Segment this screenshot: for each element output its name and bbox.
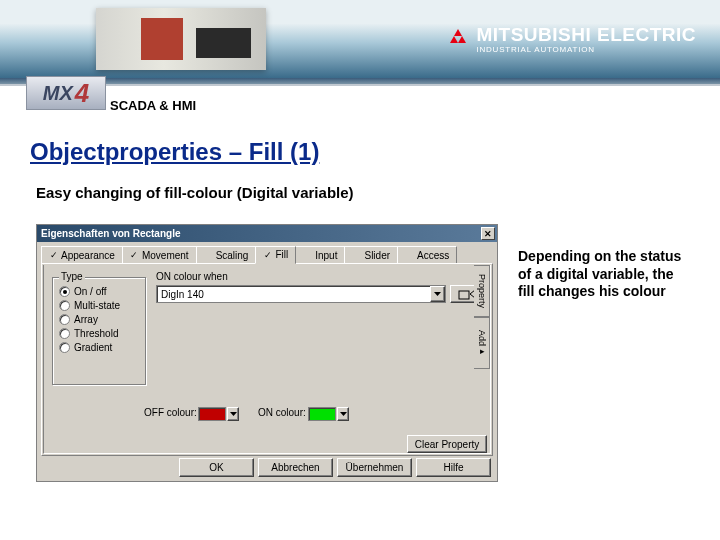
scada-label: SCADA & HMI bbox=[110, 98, 196, 113]
svg-marker-0 bbox=[454, 29, 462, 36]
help-button[interactable]: Hilfe bbox=[416, 458, 491, 477]
tab-label: Input bbox=[315, 250, 337, 261]
checkmark-icon: ✓ bbox=[49, 251, 58, 260]
on-colour-when-label: ON colour when bbox=[156, 271, 228, 282]
radio-icon bbox=[59, 286, 70, 297]
radio-array[interactable]: Array bbox=[59, 314, 139, 325]
side-tab-property[interactable]: Property bbox=[474, 265, 490, 317]
empty-icon bbox=[405, 251, 414, 260]
chevron-down-icon[interactable] bbox=[430, 286, 445, 302]
tab-label: Movement bbox=[142, 250, 189, 261]
empty-icon bbox=[204, 251, 213, 260]
page-title: Objectproperties – Fill (1) bbox=[30, 138, 720, 166]
radio-label: Multi-state bbox=[74, 300, 120, 311]
tab-label: Slider bbox=[364, 250, 390, 261]
radio-gradient[interactable]: Gradient bbox=[59, 342, 139, 353]
svg-marker-3 bbox=[434, 292, 441, 296]
tab-movement[interactable]: ✓Movement bbox=[122, 246, 197, 263]
on-colour-dropdown[interactable] bbox=[337, 407, 349, 421]
off-colour-swatch[interactable] bbox=[198, 407, 226, 421]
ok-button[interactable]: OK bbox=[179, 458, 254, 477]
apply-button[interactable]: Übernehmen bbox=[337, 458, 412, 477]
dialog-title: Eigenschaften von Rectangle bbox=[39, 228, 481, 239]
tab-label: Appearance bbox=[61, 250, 115, 261]
radio-on-off[interactable]: On / off bbox=[59, 286, 139, 297]
type-groupbox: Type On / off Multi-state Array Threshol… bbox=[52, 277, 146, 385]
tab-body-inner: Type On / off Multi-state Array Threshol… bbox=[43, 265, 491, 454]
mx4-logo: MX4 bbox=[26, 76, 106, 110]
dialog-button-row: OK Abbrechen Übernehmen Hilfe bbox=[37, 458, 497, 477]
svg-marker-6 bbox=[340, 412, 347, 416]
radio-label: Array bbox=[74, 314, 98, 325]
tab-scaling[interactable]: Scaling bbox=[196, 246, 257, 263]
radio-label: On / off bbox=[74, 286, 107, 297]
svg-marker-1 bbox=[450, 36, 458, 43]
svg-marker-5 bbox=[230, 412, 237, 416]
properties-dialog: Eigenschaften von Rectangle ✕ ✓Appearanc… bbox=[36, 224, 498, 482]
close-icon[interactable]: ✕ bbox=[481, 227, 495, 240]
checkmark-icon: ✓ bbox=[130, 251, 139, 260]
tab-appearance[interactable]: ✓Appearance bbox=[41, 246, 123, 263]
side-tab-add[interactable]: Add▸ bbox=[474, 317, 490, 369]
empty-icon bbox=[303, 251, 312, 260]
mx4-four: 4 bbox=[75, 78, 89, 109]
radio-label: Threshold bbox=[74, 328, 118, 339]
header-bg: MITSUBISHI ELECTRIC INDUSTRIAL AUTOMATIO… bbox=[0, 0, 720, 78]
type-radio-list: On / off Multi-state Array Threshold Gra… bbox=[53, 278, 145, 357]
radio-icon bbox=[59, 300, 70, 311]
header-line bbox=[0, 84, 720, 86]
mitsubishi-logo-icon bbox=[446, 29, 470, 51]
tab-label: Access bbox=[417, 250, 449, 261]
radio-icon bbox=[59, 314, 70, 325]
brand-name: MITSUBISHI ELECTRIC bbox=[476, 25, 696, 44]
side-tabs: Property Add▸ bbox=[474, 265, 490, 415]
radio-icon bbox=[59, 328, 70, 339]
brand-block: MITSUBISHI ELECTRIC INDUSTRIAL AUTOMATIO… bbox=[446, 25, 696, 54]
mx4-mx: MX bbox=[43, 82, 73, 105]
slide-header: MITSUBISHI ELECTRIC INDUSTRIAL AUTOMATIO… bbox=[0, 0, 720, 90]
clear-property-button[interactable]: Clear Property bbox=[407, 435, 487, 453]
radio-threshold[interactable]: Threshold bbox=[59, 328, 139, 339]
chevron-down-icon bbox=[340, 412, 347, 416]
tab-fill[interactable]: ✓Fill bbox=[255, 246, 296, 264]
type-group-label: Type bbox=[59, 271, 85, 282]
tab-slider[interactable]: Slider bbox=[344, 246, 398, 263]
off-colour-label: OFF colour: bbox=[144, 407, 197, 418]
off-colour-dropdown[interactable] bbox=[227, 407, 239, 421]
explanation-text: Depending on the status of a digital var… bbox=[518, 248, 693, 301]
combo-value: DigIn 140 bbox=[157, 289, 430, 300]
tab-body: Type On / off Multi-state Array Threshol… bbox=[41, 263, 493, 456]
variable-combo[interactable]: DigIn 140 bbox=[156, 285, 446, 303]
tab-strip: ✓Appearance ✓Movement Scaling ✓Fill Inpu… bbox=[37, 242, 497, 263]
svg-marker-2 bbox=[458, 36, 466, 43]
chevron-down-icon bbox=[230, 412, 237, 416]
tab-access[interactable]: Access bbox=[397, 246, 457, 263]
checkmark-icon: ✓ bbox=[263, 250, 272, 259]
radio-label: Gradient bbox=[74, 342, 112, 353]
product-photo bbox=[96, 8, 266, 70]
brand-sub: INDUSTRIAL AUTOMATION bbox=[476, 45, 696, 54]
tab-label: Scaling bbox=[216, 250, 249, 261]
tab-label: Fill bbox=[275, 249, 288, 260]
tab-input[interactable]: Input bbox=[295, 246, 345, 263]
on-colour-swatch[interactable] bbox=[308, 407, 336, 421]
radio-multi-state[interactable]: Multi-state bbox=[59, 300, 139, 311]
page-subtitle: Easy changing of fill-colour (Digital va… bbox=[36, 184, 720, 201]
radio-icon bbox=[59, 342, 70, 353]
empty-icon bbox=[352, 251, 361, 260]
cancel-button[interactable]: Abbrechen bbox=[258, 458, 333, 477]
dialog-titlebar[interactable]: Eigenschaften von Rectangle ✕ bbox=[37, 225, 497, 242]
on-colour-label: ON colour: bbox=[258, 407, 306, 418]
svg-rect-4 bbox=[459, 291, 469, 299]
